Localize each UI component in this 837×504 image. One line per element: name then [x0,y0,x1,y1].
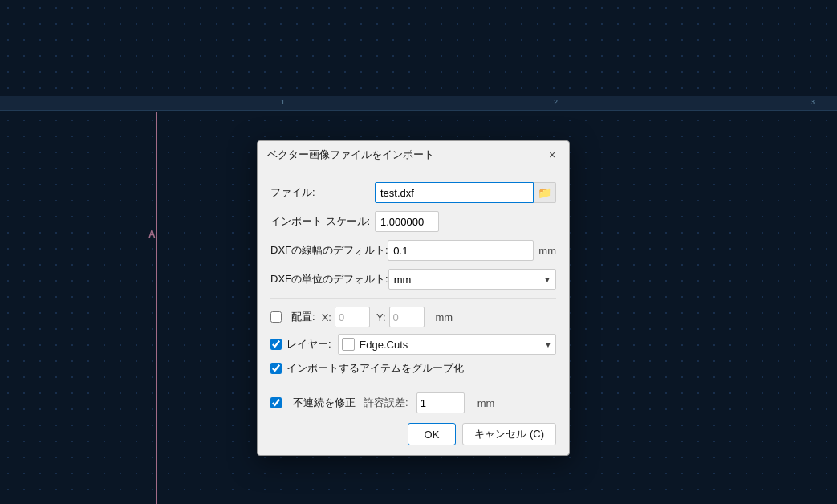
group-checkbox[interactable] [270,363,282,374]
layer-checkbox[interactable] [270,339,282,350]
dxf-linewidth-label: DXFの線幅のデフォルト: [270,243,388,258]
browse-button[interactable]: 📁 [534,182,556,203]
divider-2 [270,384,556,384]
dialog-titlebar: ベクター画像ファイルをインポート × [258,141,569,169]
group-label: インポートするアイテムをグループ化 [286,361,464,376]
fix-label: 不連続を修正 [293,396,356,410]
import-scale-label: インポート スケール: [270,214,375,229]
cancel-button[interactable]: キャンセル (C) [462,423,556,445]
layer-select-container[interactable]: Edge.Cuts ▼ [338,334,556,355]
layer-label: レイヤー: [286,337,331,352]
folder-icon: 📁 [538,186,551,199]
fix-row: 不連続を修正 許容誤差: mm [270,392,556,413]
file-row: ファイル: 📁 [270,182,556,203]
dxf-unit-label: DXFの単位のデフォルト: [270,272,388,287]
dxf-linewidth-row: DXFの線幅のデフォルト: mm [270,240,556,261]
tolerance-input[interactable] [416,392,465,413]
dxf-unit-select-wrapper: mm inch mil ▼ [388,269,556,290]
y-coord-group: Y: [376,307,425,327]
ok-button[interactable]: OK [408,423,457,445]
group-row: インポートするアイテムをグループ化 [270,361,556,376]
file-input[interactable] [375,182,534,203]
layer-name-text: Edge.Cuts [360,339,544,351]
import-scale-row: インポート スケール: [270,211,556,232]
placement-checkbox[interactable] [270,311,282,323]
dxf-unit-select[interactable]: mm inch mil [388,269,556,290]
fix-checkbox[interactable] [270,397,282,408]
x-label: X: [322,311,331,323]
dxf-linewidth-input[interactable] [388,240,534,261]
dialog-body: ファイル: 📁 インポート スケール: DXFの線幅のデフォルト: mm DXF… [258,169,569,455]
y-input[interactable] [389,307,425,327]
placement-label: 配置: [291,310,315,324]
layer-dropdown-arrow-icon: ▼ [544,340,552,349]
file-label: ファイル: [270,185,375,200]
divider-1 [270,298,556,299]
x-coord-group: X: [322,307,370,327]
placement-row: 配置: X: Y: mm [270,307,556,327]
dialog-close-button[interactable]: × [545,148,559,162]
dxf-linewidth-unit: mm [538,245,556,257]
x-input[interactable] [335,307,370,327]
tolerance-label: 許容誤差: [364,396,408,410]
dxf-unit-row: DXFの単位のデフォルト: mm inch mil ▼ [270,269,556,290]
layer-color-swatch [342,338,355,351]
import-scale-input[interactable] [375,211,439,232]
y-label: Y: [376,311,386,323]
layer-row: レイヤー: Edge.Cuts ▼ [270,334,556,355]
dialog-title: ベクター画像ファイルをインポート [267,148,434,162]
import-dialog: ベクター画像ファイルをインポート × ファイル: 📁 インポート スケール: D… [257,140,570,456]
tolerance-unit: mm [477,397,495,409]
button-row: OK キャンセル (C) [270,423,556,445]
placement-unit: mm [436,311,453,323]
